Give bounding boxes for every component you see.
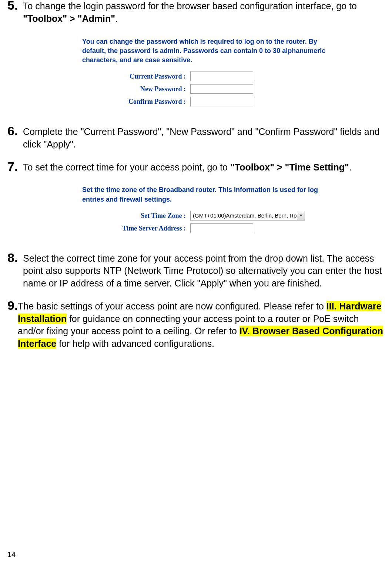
menu-path: "Toolbox" > "Admin" [23,13,115,24]
timeserver-label: Time Server Address : [82,224,190,233]
step-text: To change the login password for the bro… [23,1,357,24]
current-password-row: Current Password : [82,72,341,81]
step-number: 8. [7,249,18,266]
timeserver-input[interactable] [190,223,253,233]
confirm-password-input[interactable] [190,97,253,106]
step-7: 7. To set the correct time for your acce… [7,161,385,242]
timezone-row: Set Time Zone : (GMT+01:00)Amsterdam, Be… [82,211,341,220]
new-password-row: New Password : [82,84,341,94]
step-text: Select the correct time zone for your ac… [23,253,382,289]
step-number: 6. [7,123,18,140]
step-text: The basic settings of your access point … [18,301,383,349]
current-password-label: Current Password : [82,72,190,81]
step-number: 9. [7,297,18,314]
step-5: 5. To change the login password for the … [7,0,385,115]
step-number: 5. [7,0,18,14]
step-text: Complete the "Current Password", "New Pa… [23,126,379,149]
timezone-label: Set Time Zone : [82,211,190,220]
current-password-input[interactable] [190,72,253,81]
password-blurb: You can change the password which is req… [82,37,341,65]
timeserver-row: Time Server Address : [82,223,341,233]
step-number: 7. [7,158,18,175]
chevron-down-icon[interactable] [297,211,305,220]
step-text: To set the correct time for your access … [23,162,352,172]
timezone-figure: Set the time zone of the Broadband route… [75,182,349,242]
step-6: 6. Complete the "Current Password", "New… [7,126,385,151]
timezone-select[interactable]: (GMT+01:00)Amsterdam, Berlin, Bern, Rome [190,211,305,220]
new-password-input[interactable] [190,84,253,94]
menu-path: "Toolbox" > "Time Setting" [230,162,349,172]
step-9: 9. The basic settings of your access poi… [7,300,385,350]
new-password-label: New Password : [82,84,190,93]
password-figure: You can change the password which is req… [75,33,349,116]
confirm-password-label: Confirm Password : [82,97,190,106]
timezone-value: (GMT+01:00)Amsterdam, Berlin, Bern, Rome [191,212,297,219]
timezone-blurb: Set the time zone of the Broadband route… [82,185,341,204]
step-8: 8. Select the correct time zone for your… [7,252,385,290]
confirm-password-row: Confirm Password : [82,97,341,106]
